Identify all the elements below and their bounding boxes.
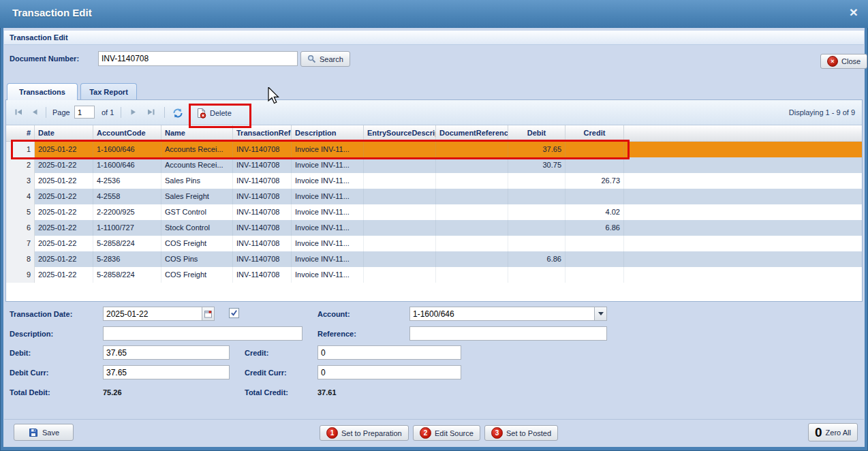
reference-input[interactable]	[409, 326, 607, 341]
close-red-x-icon: ×	[827, 56, 838, 67]
badge-3-icon: 3	[491, 427, 503, 439]
cell-debit: 6.86	[508, 251, 565, 267]
cell-num: 4	[6, 189, 35, 204]
total-debit-label: Total Debit:	[10, 388, 50, 396]
cell-num: 5	[6, 204, 35, 220]
cell-date: 2025-01-22	[35, 236, 93, 251]
set-to-preparation-button[interactable]: 1 Set to Preparation	[320, 425, 409, 441]
save-button[interactable]: Save	[14, 424, 74, 441]
credit-input[interactable]	[317, 345, 461, 360]
badge-2-icon: 2	[420, 427, 431, 439]
cell-debit	[508, 267, 565, 283]
column-header-entrysourcedescrip[interactable]: EntrySourceDescrip	[364, 125, 436, 141]
cell-credit	[565, 236, 624, 251]
table-row[interactable]: 12025-01-221-1600/646Accounts Recei...IN…	[6, 142, 862, 157]
column-header--[interactable]: #	[6, 125, 35, 141]
column-header-credit[interactable]: Credit	[565, 125, 624, 141]
close-button-label: Close	[841, 57, 861, 65]
panel-title: Transaction Edit	[4, 31, 68, 44]
column-header-description[interactable]: Description	[292, 125, 364, 141]
cell-entry_source	[364, 173, 436, 189]
column-header-accountcode[interactable]: AccountCode	[93, 125, 161, 141]
table-row[interactable]: 72025-01-225-2858/224COS FreightINV-1140…	[6, 236, 862, 251]
page-of-label: of 1	[102, 108, 114, 116]
credit-curr-input[interactable]	[317, 365, 461, 379]
cell-document_ref	[436, 157, 508, 173]
debit-label: Debit:	[10, 349, 31, 357]
delete-button[interactable]: Delete	[192, 104, 236, 121]
cell-date: 2025-01-22	[35, 142, 93, 157]
cell-credit: 4.02	[565, 204, 624, 220]
search-button[interactable]: Search	[300, 51, 350, 67]
cell-name: Accounts Recei...	[161, 157, 233, 173]
cell-entry_source	[364, 204, 436, 220]
cell-transaction_ref: INV-1140708	[233, 189, 292, 204]
pager-last-icon[interactable]	[146, 108, 155, 116]
transaction-date-checkbox[interactable]	[229, 308, 239, 318]
cell-transaction_ref: INV-1140708	[233, 267, 292, 283]
debit-input[interactable]	[103, 345, 230, 360]
tab-transactions[interactable]: Transactions	[7, 83, 78, 100]
account-combo-input[interactable]	[409, 307, 595, 321]
column-header-documentreferenc[interactable]: DocumentReferenc	[436, 125, 508, 141]
debit-curr-label: Debit Curr:	[10, 369, 48, 377]
column-header-transactionrefe[interactable]: TransactionRefe	[233, 125, 292, 141]
cell-date: 2025-01-22	[35, 267, 93, 283]
table-row[interactable]: 22025-01-221-1600/646Accounts Recei...IN…	[6, 157, 862, 173]
table-row[interactable]: 92025-01-225-2858/224COS FreightINV-1140…	[6, 267, 862, 283]
description-input[interactable]	[103, 326, 303, 341]
table-row[interactable]: 82025-01-225-2836COS PinsINV-1140708Invo…	[6, 251, 862, 267]
table-row[interactable]: 62025-01-221-1100/727Stock ControlINV-11…	[6, 220, 862, 236]
badge-1-icon: 1	[326, 427, 338, 439]
cell-credit: 6.86	[565, 220, 624, 236]
transaction-date-input[interactable]	[103, 307, 202, 321]
zero-all-button[interactable]: 0 Zero All	[808, 423, 858, 441]
pager-first-icon[interactable]	[14, 108, 23, 116]
account-combo-trigger[interactable]	[594, 307, 607, 321]
column-header-date[interactable]: Date	[35, 125, 93, 141]
cell-transaction_ref: INV-1140708	[233, 157, 292, 173]
floppy-disk-icon	[28, 427, 39, 438]
cell-name: GST Control	[161, 204, 233, 220]
zero-glyph: 0	[815, 426, 822, 439]
pager-prev-icon[interactable]	[31, 108, 40, 116]
table-row[interactable]: 32025-01-224-2536Sales PinsINV-1140708In…	[6, 173, 862, 189]
window-close-icon[interactable]: ×	[850, 4, 858, 20]
edit-source-button[interactable]: 2 Edit Source	[413, 425, 480, 441]
debit-curr-input[interactable]	[103, 365, 230, 379]
set-to-posted-button[interactable]: 3 Set to Posted	[484, 425, 558, 441]
toolbar-separator	[46, 107, 46, 118]
cell-credit	[565, 189, 624, 204]
cell-num: 3	[6, 173, 35, 189]
window-title: Transaction Edit	[12, 7, 92, 18]
page-label: Page	[52, 108, 70, 116]
cell-date: 2025-01-22	[35, 173, 93, 189]
column-header-debit[interactable]: Debit	[508, 125, 565, 141]
cell-description: Invoice INV-11...	[292, 220, 364, 236]
cell-document_ref	[436, 189, 508, 204]
cell-document_ref	[436, 204, 508, 220]
cell-account_code: 4-2536	[93, 173, 161, 189]
column-header-name[interactable]: Name	[161, 125, 233, 141]
refresh-icon[interactable]	[172, 108, 183, 119]
cell-account_code: 4-2558	[93, 189, 161, 204]
cell-date: 2025-01-22	[35, 189, 93, 204]
pager-next-icon[interactable]	[129, 108, 138, 116]
cell-debit	[508, 236, 565, 251]
set-to-preparation-label: Set to Preparation	[341, 429, 402, 437]
credit-curr-label: Credit Curr:	[245, 369, 287, 377]
table-row[interactable]: 52025-01-222-2200/925GST ControlINV-1140…	[6, 204, 862, 220]
cell-account_code: 5-2858/224	[93, 267, 161, 283]
cell-entry_source	[364, 142, 436, 157]
date-picker-trigger[interactable]	[202, 307, 215, 321]
table-row[interactable]: 42025-01-224-2558Sales FreightINV-114070…	[6, 189, 862, 204]
tab-tax-report[interactable]: Tax Report	[80, 83, 137, 99]
cell-name: Stock Control	[161, 220, 233, 236]
page-input[interactable]	[74, 106, 95, 119]
document-number-label: Document Number:	[10, 55, 79, 63]
document-number-input[interactable]	[98, 51, 298, 66]
credit-label: Credit:	[245, 349, 268, 357]
search-button-label: Search	[320, 55, 343, 63]
close-button[interactable]: × Close	[820, 54, 867, 69]
tab-transactions-label: Transactions	[19, 88, 65, 96]
